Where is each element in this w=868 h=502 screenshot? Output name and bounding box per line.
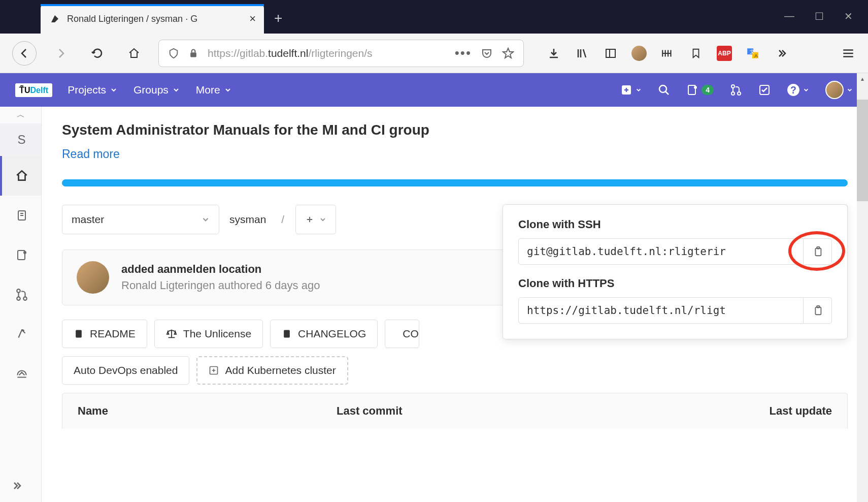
url-bar[interactable]: https://gitlab.tudelft.nl/rligteringen/s…: [158, 40, 524, 67]
commit-author-avatar[interactable]: [77, 261, 109, 294]
add-file-button[interactable]: [295, 205, 336, 234]
license-pill[interactable]: The Unlicense: [154, 320, 263, 348]
kubernetes-pill[interactable]: Add Kubernetes cluster: [196, 356, 348, 385]
home-button[interactable]: [122, 41, 146, 66]
url-text: https://gitlab.tudelft.nl/rligteringen/s: [208, 47, 446, 59]
todos-icon[interactable]: [758, 84, 771, 96]
lock-icon[interactable]: [188, 48, 198, 58]
merge-requests-icon[interactable]: [730, 84, 742, 96]
bookmark-star-icon[interactable]: [502, 47, 514, 59]
sidebar-home[interactable]: [0, 156, 41, 196]
svg-rect-0: [190, 52, 196, 57]
sidebar-merge-requests[interactable]: [0, 275, 41, 315]
content: System Administrator Manuals for the MI …: [42, 107, 868, 502]
minimize-icon[interactable]: —: [784, 10, 794, 22]
branch-name: master: [72, 213, 104, 226]
th-name: Name: [78, 404, 337, 418]
tudelft-logo[interactable]: T̃UDelft: [15, 83, 52, 97]
svg-text:A: A: [754, 52, 758, 58]
plus-dropdown-icon[interactable]: [620, 84, 642, 96]
svg-rect-1: [606, 49, 615, 57]
scrollbar[interactable]: ▴: [857, 73, 868, 502]
profile-avatar-icon[interactable]: [631, 46, 647, 61]
svg-point-13: [738, 92, 741, 95]
issues-badge: 4: [702, 85, 714, 95]
back-button[interactable]: [12, 41, 37, 66]
sidebar-project[interactable]: S: [0, 123, 41, 156]
sidebar-operations[interactable]: [0, 354, 41, 394]
svg-rect-28: [815, 248, 821, 256]
maximize-icon[interactable]: ☐: [815, 10, 824, 22]
toolbar-icons: ABP 文A: [546, 46, 789, 61]
readme-pill[interactable]: README: [62, 320, 147, 348]
file-icon: [74, 329, 84, 339]
issues-icon[interactable]: 4: [686, 84, 714, 96]
more-icon[interactable]: •••: [455, 45, 472, 61]
help-icon[interactable]: ?: [787, 83, 809, 97]
new-tab-button[interactable]: +: [274, 10, 282, 26]
clone-ssh-copy-button[interactable]: [804, 238, 832, 265]
svg-text:文: 文: [750, 49, 755, 54]
svg-point-20: [17, 289, 20, 293]
tab-favicon-icon: [49, 13, 61, 25]
scroll-up-arrow[interactable]: ▴: [857, 73, 868, 84]
translate-icon[interactable]: 文A: [745, 46, 760, 61]
read-more-link[interactable]: Read more: [62, 147, 120, 161]
chevron-down-icon: [202, 215, 210, 224]
overflow-icon[interactable]: [774, 46, 789, 61]
clone-ssh-input[interactable]: [518, 238, 804, 265]
bookmark-icon[interactable]: [688, 46, 704, 61]
commit-title[interactable]: added aanmelden location: [121, 263, 320, 276]
nav-more[interactable]: More: [196, 84, 231, 96]
pocket-icon[interactable]: [481, 47, 493, 59]
files-table-header: Name Last commit Last update: [62, 393, 848, 429]
download-icon[interactable]: [546, 46, 561, 61]
clone-https-copy-button[interactable]: [804, 297, 832, 324]
contributing-pill[interactable]: CO: [385, 320, 419, 348]
sidebar-cicd[interactable]: [0, 315, 41, 354]
plus-box-icon: [209, 365, 219, 375]
nav-groups[interactable]: Groups: [133, 84, 180, 96]
sidebar-issues[interactable]: [0, 235, 41, 275]
library-icon[interactable]: [575, 46, 590, 61]
close-window-icon[interactable]: ✕: [844, 10, 853, 22]
clone-https-label: Clone with HTTPS: [518, 277, 832, 290]
commit-meta: Ronald Ligteringen authored 6 days ago: [121, 279, 320, 292]
tab-bar: Ronald Ligteringen / sysman · G × +: [0, 0, 282, 34]
breadcrumb-path[interactable]: sysman: [225, 213, 270, 226]
user-avatar[interactable]: [825, 81, 853, 99]
scrollbar-thumb[interactable]: [857, 100, 868, 201]
shield-icon[interactable]: [168, 48, 179, 59]
svg-point-19: [23, 251, 26, 254]
pill-row-2: Auto DevOps enabled Add Kubernetes clust…: [62, 356, 848, 385]
clone-https-input[interactable]: [518, 297, 804, 324]
clone-ssh-section: Clone with SSH: [518, 218, 832, 265]
nav-projects[interactable]: Projects: [68, 84, 117, 96]
progress-bar: [62, 179, 848, 186]
menu-icon[interactable]: [841, 46, 856, 61]
scale-icon: [166, 328, 177, 339]
sidebar-scroll-up[interactable]: ︿: [0, 107, 41, 123]
sidebar-repository[interactable]: [0, 196, 41, 235]
search-icon[interactable]: [658, 84, 670, 96]
extension-icon[interactable]: [660, 46, 675, 61]
devops-pill[interactable]: Auto DevOps enabled: [62, 356, 189, 385]
th-last-update: Last update: [770, 404, 832, 418]
svg-rect-30: [815, 307, 821, 315]
svg-point-10: [694, 86, 697, 89]
tab-close-icon[interactable]: ×: [249, 12, 256, 25]
sidebar-toggle-icon[interactable]: [603, 46, 618, 61]
main-layout: ︿ S System Administrator Manuals for the…: [0, 107, 868, 502]
changelog-pill[interactable]: CHANGELOG: [270, 320, 378, 348]
clone-dropdown: Clone with SSH Clone with HTTPS: [503, 204, 848, 339]
browser-tab[interactable]: Ronald Ligteringen / sysman · G ×: [41, 4, 264, 34]
clone-https-section: Clone with HTTPS: [518, 277, 832, 324]
adblock-icon[interactable]: ABP: [717, 46, 732, 61]
branch-select[interactable]: master: [62, 205, 219, 234]
reload-button[interactable]: [85, 41, 110, 66]
file-icon: [282, 329, 292, 339]
clipboard-icon: [812, 305, 823, 316]
sidebar-collapse[interactable]: [0, 469, 41, 502]
svg-rect-25: [284, 330, 290, 338]
sidebar: ︿ S: [0, 107, 42, 502]
